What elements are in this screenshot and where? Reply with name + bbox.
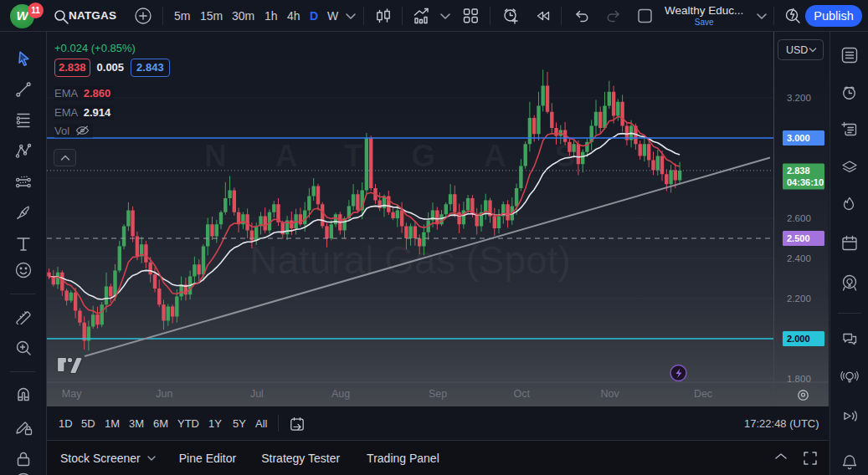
- svg-text:Nov: Nov: [600, 388, 619, 400]
- svg-text:2.000: 2.000: [787, 334, 810, 344]
- svg-text:04:36:10: 04:36:10: [787, 177, 824, 187]
- svg-text:May: May: [62, 388, 82, 400]
- svg-text:Oct: Oct: [513, 388, 530, 400]
- svg-text:Jul: Jul: [250, 388, 264, 400]
- svg-text:3.000: 3.000: [787, 133, 810, 143]
- svg-text:Dec: Dec: [694, 388, 712, 400]
- svg-text:USD: USD: [786, 44, 808, 56]
- svg-text:Aug: Aug: [331, 388, 350, 400]
- svg-text:2.500: 2.500: [787, 233, 810, 243]
- svg-text:Sep: Sep: [429, 388, 447, 400]
- svg-text:Jun: Jun: [156, 388, 172, 400]
- svg-text:2.838: 2.838: [787, 166, 810, 176]
